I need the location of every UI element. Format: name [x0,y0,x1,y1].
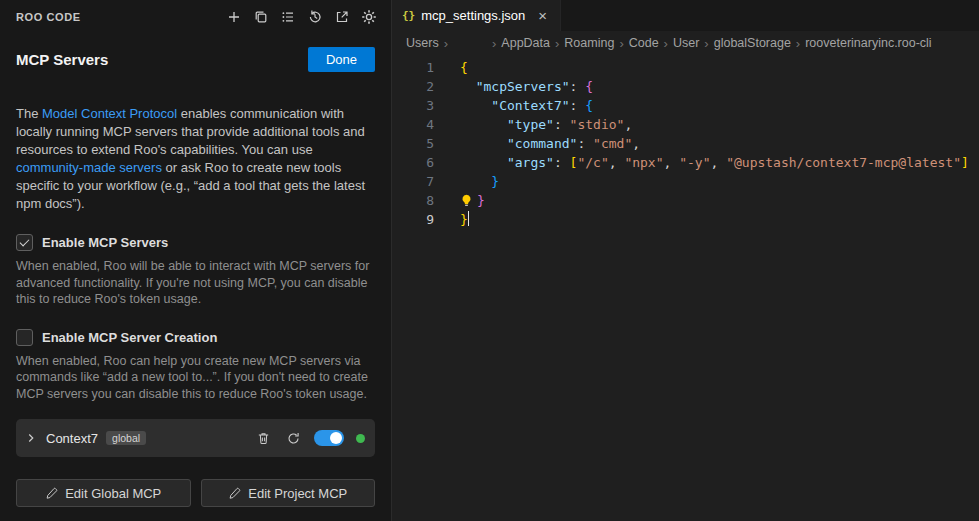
copy-icon[interactable] [249,5,273,29]
line-number: 5 [392,134,434,153]
code-line[interactable]: 2 "mcpServers": { [392,77,979,96]
sidebar-topbar: ROO CODE [0,0,391,34]
breadcrumb-separator: › [444,36,448,51]
code-token [460,155,507,170]
code-line-content: "command": "cmd", [434,134,640,153]
code-token: "command" [507,136,577,151]
code-line-content: "args": ["/c", "npx", "-y", "@upstash/co… [434,153,969,172]
breadcrumb-separator: › [492,36,496,51]
breadcrumb-item[interactable]: Roaming [564,36,614,50]
quick-fix-lightbulb-icon[interactable] [460,194,477,207]
code-token [460,98,491,113]
mcp-description: The Model Context Protocol enables commu… [16,105,375,213]
breadcrumb-item[interactable]: Users [406,36,439,50]
code-token: "@upstash/context7-mcp@latest" [726,155,961,170]
breadcrumb-item[interactable]: globalStorage [714,36,791,50]
enable-mcp-servers-label: Enable MCP Servers [42,235,168,250]
code-line[interactable]: 6 "args": ["/c", "npx", "-y", "@upstash/… [392,153,979,172]
server-enabled-toggle[interactable] [314,430,344,446]
line-number: 4 [392,115,434,134]
line-number: 8 [392,191,434,210]
tab-label: mcp_settings.json [421,8,525,23]
pencil-icon [45,487,58,500]
code-token: } [460,212,468,227]
code-token: "npx" [624,155,663,170]
code-token: "stdio" [570,117,625,132]
code-token [460,136,507,151]
done-button[interactable]: Done [308,47,375,72]
code-token: : [554,155,570,170]
code-line-content: } [434,191,485,210]
sidebar-toolbar [222,5,381,29]
breadcrumb-item[interactable]: AppData [501,36,550,50]
json-file-icon: {} [402,9,415,22]
code-token: "mcpServers" [476,79,570,94]
delete-server-icon[interactable] [252,427,274,449]
chevron-right-icon[interactable] [24,431,38,445]
plus-icon[interactable] [222,5,246,29]
code-token: "type" [507,117,554,132]
code-token: { [460,60,468,75]
tab-mcp-settings-json[interactable]: {} mcp_settings.json × [392,0,561,31]
code-token: "-y" [679,155,710,170]
mcp-servers-icon[interactable] [276,5,300,29]
code-line-content: } [434,172,499,191]
restart-server-icon[interactable] [282,427,304,449]
code-token: ] [961,155,969,170]
edit-project-mcp-label: Edit Project MCP [248,486,347,501]
enable-mcp-servers-checkbox[interactable] [16,234,33,251]
code-line[interactable]: 4 "type": "stdio", [392,115,979,134]
breadcrumb-separator: › [619,36,623,51]
edit-project-mcp-button[interactable]: Edit Project MCP [201,479,376,507]
model-context-protocol-link[interactable]: Model Context Protocol [42,106,177,121]
breadcrumb-item[interactable]: rooveterinaryinc.roo-cli [805,36,931,50]
code-line[interactable]: 8} [392,191,979,210]
line-number: 3 [392,96,434,115]
enable-mcp-servers-row[interactable]: Enable MCP Servers [16,234,375,251]
code-line[interactable]: 1{ [392,58,979,77]
history-icon[interactable] [303,5,327,29]
breadcrumb-item[interactable]: User [673,36,699,50]
close-tab-icon[interactable]: × [535,7,550,24]
page-title: MCP Servers [16,51,108,68]
code-editor[interactable]: 1{2 "mcpServers": {3 "Context7": {4 "typ… [392,55,979,521]
code-token: : [554,117,570,132]
code-line[interactable]: 7 } [392,172,979,191]
code-line-content: { [434,58,468,77]
view-header: MCP Servers Done [0,34,391,81]
breadcrumb-item[interactable]: Code [629,36,659,50]
mcp-settings-content: The Model Context Protocol enables commu… [0,81,391,521]
code-line[interactable]: 5 "command": "cmd", [392,134,979,153]
code-token: , [609,155,625,170]
code-token: , [632,136,640,151]
code-line[interactable]: 3 "Context7": { [392,96,979,115]
edit-global-mcp-button[interactable]: Edit Global MCP [16,479,191,507]
code-token: "args" [507,155,554,170]
code-token: , [664,155,680,170]
code-token: } [491,174,499,189]
code-line[interactable]: 9} [392,210,979,229]
code-token: : [570,98,586,113]
edit-buttons-row: Edit Global MCP Edit Project MCP [16,479,375,507]
community-made-servers-link[interactable]: community-made servers [16,160,162,175]
code-token: "cmd" [593,136,632,151]
enable-mcp-creation-checkbox[interactable] [16,329,33,346]
server-name: Context7 [46,431,98,446]
line-number: 2 [392,77,434,96]
code-line-content: "type": "stdio", [434,115,632,134]
code-token: , [624,117,632,132]
code-token: { [585,98,593,113]
line-number: 7 [392,172,434,191]
server-row-context7[interactable]: Context7 global [16,419,375,457]
breadcrumb-separator: › [555,36,559,51]
code-token: : [570,79,586,94]
enable-mcp-servers-description: When enabled, Roo will be able to intera… [16,258,375,308]
breadcrumb-separator: › [704,36,708,51]
open-external-icon[interactable] [330,5,354,29]
text-cursor [468,211,470,226]
enable-mcp-creation-row[interactable]: Enable MCP Server Creation [16,329,375,346]
line-number: 1 [392,58,434,77]
server-status-dot [356,434,365,443]
gear-icon[interactable] [357,5,381,29]
code-line-content: "mcpServers": { [434,77,593,96]
